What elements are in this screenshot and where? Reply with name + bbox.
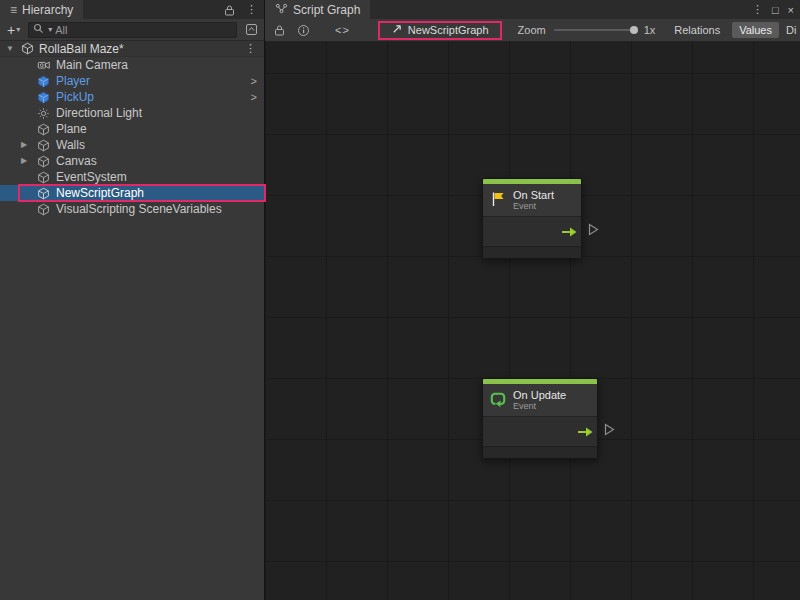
hierarchy-item-pickup[interactable]: PickUp > <box>0 89 264 105</box>
scene-name-label: RollaBall Maze* <box>39 42 124 56</box>
graph-icon <box>275 3 288 17</box>
script-graph-asset-icon <box>391 24 402 37</box>
node-body <box>483 216 581 246</box>
foldout-closed-icon[interactable]: ▶ <box>21 140 27 149</box>
plus-icon: + <box>7 23 15 37</box>
window-controls: ⋮ □ × <box>752 0 800 19</box>
maximize-icon[interactable]: □ <box>772 4 779 16</box>
zoom-slider[interactable] <box>554 25 638 35</box>
script-graph-panel: Script Graph ⋮ □ × <> NewScriptGraph <box>265 0 800 600</box>
output-flow-port[interactable] <box>578 427 593 437</box>
connection-target-triangle-icon[interactable] <box>588 223 599 236</box>
hierarchy-search-box[interactable]: ▾ <box>28 22 237 38</box>
prefab-open-chevron-icon[interactable]: > <box>251 91 264 103</box>
relations-toggle-button[interactable]: Relations <box>667 22 727 38</box>
values-toggle-button[interactable]: Values <box>732 22 779 38</box>
graph-canvas[interactable]: On Start Event <box>265 42 800 600</box>
graph-name-breadcrumb[interactable]: NewScriptGraph <box>378 21 502 40</box>
search-picker-icon[interactable] <box>242 22 260 38</box>
zoom-value: 1x <box>644 24 656 36</box>
search-icon <box>33 23 44 37</box>
gameobject-cube-icon <box>36 122 51 137</box>
search-scope-dropdown-icon[interactable]: ▾ <box>48 25 52 34</box>
scene-menu-icon[interactable]: ⋮ <box>245 43 264 54</box>
output-flow-port[interactable] <box>562 227 577 237</box>
hierarchy-item-eventsystem[interactable]: EventSystem <box>0 169 264 185</box>
tab-script-graph[interactable]: Script Graph <box>265 0 370 19</box>
node-header[interactable]: On Update Event <box>483 384 597 416</box>
gameobject-cube-icon <box>36 138 51 153</box>
hierarchy-item-directional-light[interactable]: Directional Light <box>0 105 264 121</box>
dim-toggle-button[interactable]: Di <box>786 24 796 36</box>
hierarchy-item-walls[interactable]: ▶ Walls <box>0 137 264 153</box>
loop-icon <box>489 390 507 411</box>
zoom-slider-knob[interactable] <box>630 26 638 34</box>
unity-scene-icon <box>20 41 35 56</box>
camera-icon <box>36 58 51 73</box>
prefab-cube-icon <box>36 74 51 89</box>
graph-toolbar: <> NewScriptGraph Zoom 1x Relations Valu… <box>265 19 800 42</box>
dropdown-arrow-icon: ▾ <box>16 25 20 34</box>
hierarchy-panel: ≡ Hierarchy ⋮ + ▾ ▾ <box>0 0 265 600</box>
hierarchy-item-visualscripting-scenevariables[interactable]: VisualScripting SceneVariables <box>0 201 264 217</box>
node-footer <box>483 446 597 458</box>
graph-tab-label: Script Graph <box>293 3 360 17</box>
unity-editor: ≡ Hierarchy ⋮ + ▾ ▾ <box>0 0 800 600</box>
info-icon[interactable] <box>295 22 311 38</box>
hierarchy-menu-icon[interactable]: ⋮ <box>246 4 257 15</box>
node-title: On Update <box>513 389 566 402</box>
hamburger-icon: ≡ <box>10 3 17 17</box>
node-on-start[interactable]: On Start Event <box>482 178 582 259</box>
node-title: On Start <box>513 189 554 202</box>
zoom-label: Zoom <box>518 24 546 36</box>
node-body <box>483 416 597 446</box>
node-on-update[interactable]: On Update Event <box>482 378 598 459</box>
hierarchy-tab-strip: ≡ Hierarchy ⋮ <box>0 0 264 19</box>
window-menu-icon[interactable]: ⋮ <box>752 4 763 15</box>
hierarchy-item-newscriptgraph[interactable]: NewScriptGraph <box>0 185 264 201</box>
hierarchy-item-canvas[interactable]: ▶ Canvas <box>0 153 264 169</box>
hierarchy-toolbar: + ▾ ▾ <box>0 19 264 41</box>
flag-icon <box>489 190 507 211</box>
gameobject-cube-icon <box>36 170 51 185</box>
node-header[interactable]: On Start Event <box>483 184 581 216</box>
connection-target-triangle-icon[interactable] <box>604 423 615 436</box>
hierarchy-item-player[interactable]: Player > <box>0 73 264 89</box>
tab-hierarchy[interactable]: ≡ Hierarchy <box>0 0 83 19</box>
prefab-cube-icon <box>36 90 51 105</box>
node-subtitle: Event <box>513 401 566 411</box>
hierarchy-item-plane[interactable]: Plane <box>0 121 264 137</box>
gameobject-cube-icon <box>36 186 51 201</box>
gameobject-cube-icon <box>36 154 51 169</box>
hierarchy-tab-label: Hierarchy <box>22 3 73 17</box>
zoom-slider-track <box>554 29 638 31</box>
graph-name-label: NewScriptGraph <box>408 24 489 36</box>
close-icon[interactable]: × <box>788 4 794 16</box>
hierarchy-search-input[interactable] <box>55 24 232 36</box>
light-icon <box>36 106 51 121</box>
node-footer <box>483 246 581 258</box>
lock-icon[interactable] <box>221 2 237 18</box>
hierarchy-strip-icons: ⋮ <box>221 0 264 19</box>
node-subtitle: Event <box>513 201 554 211</box>
code-view-icon[interactable]: <> <box>335 24 350 36</box>
foldout-closed-icon[interactable]: ▶ <box>21 156 27 165</box>
hierarchy-item-main-camera[interactable]: Main Camera <box>0 57 264 73</box>
scene-header-rollaball-maze[interactable]: ▼ RollaBall Maze* ⋮ <box>0 41 264 57</box>
prefab-open-chevron-icon[interactable]: > <box>251 75 264 87</box>
add-gameobject-button[interactable]: + ▾ <box>4 23 23 37</box>
graph-tab-strip: Script Graph ⋮ □ × <box>265 0 800 19</box>
lock-icon[interactable] <box>271 22 287 38</box>
hierarchy-tree: ▼ RollaBall Maze* ⋮ Main Camera Player > <box>0 41 264 217</box>
foldout-open-icon[interactable]: ▼ <box>6 44 16 53</box>
gameobject-cube-icon <box>36 202 51 217</box>
